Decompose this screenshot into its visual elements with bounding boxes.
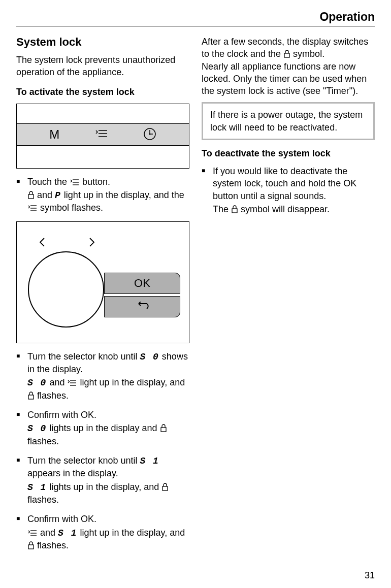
svg-rect-25 (232, 209, 237, 213)
settings-icon (94, 129, 108, 140)
step-1: Touch the button. and P light up in the … (16, 176, 189, 214)
settings-icon (67, 377, 77, 387)
svg-rect-17 (28, 395, 34, 399)
step-2: Turn the selector knob until S 0 shows i… (16, 350, 189, 402)
lock-icon (27, 390, 35, 401)
display-illustration: M (16, 104, 189, 169)
heading-system-lock: System lock (16, 36, 189, 49)
svg-point-6 (149, 133, 150, 135)
intro-text: The system lock prevents unauthorized op… (16, 54, 189, 79)
section-title: Operation (319, 10, 375, 24)
deactivate-step-1: If you would like to deactivate the syst… (202, 165, 375, 215)
svg-rect-19 (162, 486, 168, 491)
back-button (104, 296, 180, 317)
right-p1: After a few seconds, the display switche… (202, 36, 375, 97)
svg-rect-24 (284, 53, 289, 57)
lock-icon (27, 190, 35, 200)
clock-icon (143, 127, 156, 142)
chevron-right-icon (87, 236, 97, 250)
back-arrow-icon (135, 302, 150, 312)
p-char: P (55, 189, 61, 202)
ok-button: OK (104, 273, 180, 294)
left-column: System lock The system lock prevents una… (16, 36, 189, 559)
settings-icon (27, 528, 38, 538)
lock-icon (283, 49, 290, 59)
lock-icon (160, 423, 167, 433)
knob-illustration: OK (16, 221, 189, 343)
page-number: 31 (365, 570, 375, 581)
note-text: If there is a power outage, the system l… (210, 109, 366, 134)
lock-icon (161, 482, 169, 492)
step-5: Confirm with OK. and S 1 light up in the… (16, 513, 189, 551)
settings-icon (27, 203, 38, 213)
lock-icon (27, 540, 35, 550)
right-column: After a few seconds, the display switche… (202, 36, 375, 559)
step-3: Confirm with OK. S 0 lights up in the di… (16, 409, 189, 447)
note-box: If there is a power outage, the system l… (202, 102, 375, 140)
svg-rect-23 (28, 545, 34, 549)
display-m-label: M (49, 127, 59, 142)
lock-icon (231, 204, 238, 214)
heading-activate: To activate the system lock (16, 87, 189, 97)
svg-rect-18 (161, 428, 166, 432)
step-4: Turn the selector knob until S 1 appears… (16, 454, 189, 506)
settings-icon (70, 177, 80, 187)
svg-rect-10 (28, 194, 34, 199)
selector-knob (28, 251, 104, 328)
chevron-left-icon (37, 236, 47, 250)
heading-deactivate: To deactivate the system lock (202, 148, 375, 159)
page-header: Operation (16, 10, 375, 26)
